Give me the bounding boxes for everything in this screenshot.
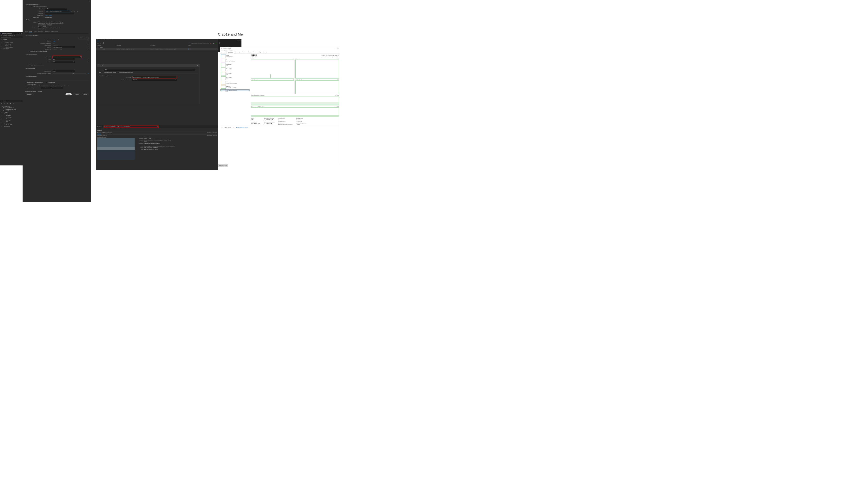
advanced-header[interactable]: Impostazioni avanzate (25, 75, 89, 77)
perf-select[interactable]: Solo software (53, 56, 81, 58)
new-preset-icon[interactable]: 🗎 (9, 103, 11, 104)
delete-preset-icon[interactable]: — (4, 103, 5, 104)
bar-renderer-select[interactable]: Accelerazione GPU Mercury Playback Engin… (104, 126, 159, 128)
proj-name-select[interactable]: Kart (105, 69, 195, 71)
cat-devices[interactable]: 🗀 Dispositivi (1, 125, 22, 127)
encoding-tab[interactable]: Codifica (97, 130, 101, 131)
outname-link[interactable]: C0002_3.mp4 (45, 15, 52, 16)
bitrate-value[interactable]: 40 (88, 73, 89, 74)
mini-max-icon[interactable]: ▢ (237, 39, 239, 41)
fps-lock-check[interactable] (88, 43, 89, 44)
remove-source-icon[interactable]: — (100, 42, 101, 44)
queue-row-group[interactable]: ▾Pr C0002 (96, 46, 218, 48)
maxdepth-check[interactable] (29, 51, 30, 52)
match-source-button[interactable]: Come sorgente (78, 37, 89, 39)
mini-close-icon[interactable]: ✕ (239, 39, 241, 41)
tm-tab-history[interactable]: Cronologia applicazioni (234, 51, 247, 53)
encoding-header[interactable]: Impostazioni di codifica (25, 53, 89, 55)
level-select[interactable]: 4.2 (53, 61, 75, 63)
sidebar-item-ethernet-6[interactable]: EthernetInviati: 0 Ricevuti: 0 Kbp (220, 80, 249, 85)
folder-preset-icon[interactable]: 🗀 (6, 103, 9, 104)
tm-tab-performance[interactable]: Prestazioni (227, 51, 234, 53)
maxquality-check[interactable] (25, 82, 26, 83)
sidebar-item-disco0c-2[interactable]: Disco 0 (C:)2% (220, 63, 249, 67)
ntsc-radio[interactable]: ◉ NTSC (53, 49, 57, 50)
cancel-button[interactable]: Annulla (82, 93, 89, 95)
preset-browser-tab[interactable]: Browser predefiniti ≡ » (0, 100, 23, 102)
aspect-select[interactable]: Pixel quadrati (1,0) (53, 46, 75, 48)
previews-check[interactable] (46, 82, 47, 83)
tm-tab-startup[interactable]: Avvio (247, 51, 252, 53)
export-button[interactable]: Esporta (73, 93, 80, 95)
sidebar-item-disco1d-3[interactable]: Disco 1 (D:)2% (220, 67, 249, 71)
pal-radio[interactable]: ○ PAL (59, 49, 63, 50)
tree-network[interactable]: Unità di rete (1, 48, 22, 50)
chart-decode-label[interactable]: ▾ Video Decode (296, 79, 302, 80)
level-lock-check[interactable] (88, 61, 89, 63)
add-source-icon[interactable]: + ▾ (97, 42, 99, 44)
seq-settings-check[interactable] (31, 6, 32, 7)
menu-file[interactable]: File (1, 35, 2, 36)
width-lock-check[interactable] (88, 39, 89, 41)
preset-select[interactable]: Copia di YouTube 1080p Full HD... (45, 10, 70, 12)
dialog-close-icon[interactable]: ✕ (197, 64, 199, 66)
bitrate-enc-select[interactable]: CBR (53, 70, 75, 72)
collapse-icon[interactable]: ⌃ (221, 127, 223, 128)
aspect-lock-check[interactable] (88, 46, 89, 48)
alpha-only-check[interactable] (52, 85, 53, 86)
add-preset-icon[interactable]: +▾ (1, 103, 3, 104)
pause-icon[interactable]: ❚❚ (212, 42, 214, 44)
sidebar-item-disco2e-4[interactable]: Disco 2 (E:)0% (220, 71, 249, 76)
export-settings-header[interactable]: Impostazioni di esportazione (25, 3, 89, 5)
dlg-tab-ingest[interactable]: Impostazioni di assimilazione (119, 72, 133, 73)
history-icon[interactable]: ↻ (218, 41, 241, 45)
chart-copy-label[interactable]: ▾ Copy (296, 58, 298, 59)
import-preset-icon[interactable]: ⬆ (73, 10, 76, 12)
tm-close-icon[interactable]: ✕ (338, 47, 339, 49)
menu-preset[interactable]: Predefinito (9, 35, 13, 36)
metadata-button[interactable]: Metadati... (25, 93, 33, 95)
less-details[interactable]: Meno dettagli (225, 127, 231, 128)
fieldorder-lock-check[interactable] (88, 45, 89, 46)
renderer-select[interactable]: Accelerazione GPU Mercury Playback Engin… (133, 76, 177, 78)
height-value[interactable]: 1.080 (53, 41, 55, 42)
comments-input[interactable] (45, 13, 74, 14)
tm-tab-details[interactable]: Dettagli (257, 51, 262, 53)
tm-menu-file[interactable]: File (221, 50, 223, 51)
save-preset-icon[interactable]: ⬇ (71, 10, 72, 12)
settings-preset-icon[interactable]: ⛭ (12, 103, 14, 104)
tm-menu-view[interactable]: Visualizza (228, 50, 233, 51)
profile-lock-check[interactable] (88, 58, 89, 60)
duplicate-icon[interactable]: 🗐 (102, 42, 104, 44)
start-tc-check[interactable] (25, 85, 26, 86)
mini-min-icon[interactable]: — (234, 39, 236, 41)
tab-multiplexer[interactable]: Multiplexer (38, 31, 43, 33)
interp-select[interactable]: Campionamento fotogrammi (41, 87, 63, 89)
tm-menu-options[interactable]: Opzioni (223, 50, 227, 51)
watched-folders-tab[interactable]: Cartelle esaminate (104, 39, 113, 41)
tv-lock-check[interactable] (88, 49, 89, 50)
format-select[interactable]: H.264 (45, 8, 67, 10)
tab-publish[interactable]: Pubblicazione (51, 31, 58, 33)
play-icon[interactable]: ▶ (215, 42, 217, 44)
sidebar-item-cpu-0[interactable]: CPU100% 6,03 GHz (220, 54, 249, 58)
bitrate-slider[interactable] (53, 73, 86, 73)
media-browser-tab[interactable]: Browser multimediale ≡ » (0, 36, 23, 38)
queue-tab[interactable]: Coda (97, 39, 100, 41)
menu-f[interactable]: F (14, 35, 15, 36)
chart-encode-label[interactable]: ▾ Video Encode (251, 79, 258, 80)
close-icon[interactable]: ✕ (20, 33, 22, 34)
tab-captions[interactable]: Sottotitoli (45, 31, 50, 33)
bitrate-header[interactable]: Impostazioni bitrate (25, 67, 89, 70)
profile-select[interactable]: Alto (53, 58, 75, 60)
queue-button[interactable]: Coda (66, 93, 72, 95)
queue-row-item[interactable]: H.264 Copia di YouTube 1080p Full HD HQ … (96, 48, 218, 50)
open-resmon-link[interactable]: Apri Monitoraggio risorse (236, 127, 248, 128)
dlg-tab-scratch[interactable]: Dischi di memoria virtuale (104, 72, 116, 73)
min-icon[interactable]: — (16, 33, 18, 34)
video-base-header[interactable]: Impostazioni video di base (25, 35, 89, 37)
preview-cache-select[interactable]: Nessuno (133, 79, 177, 81)
tab-audio[interactable]: Audio (34, 31, 37, 33)
menu-edit[interactable]: Modifica (3, 35, 7, 36)
sidebar-item-disco3f-5[interactable]: Disco 3 (F:)0% (220, 76, 249, 80)
